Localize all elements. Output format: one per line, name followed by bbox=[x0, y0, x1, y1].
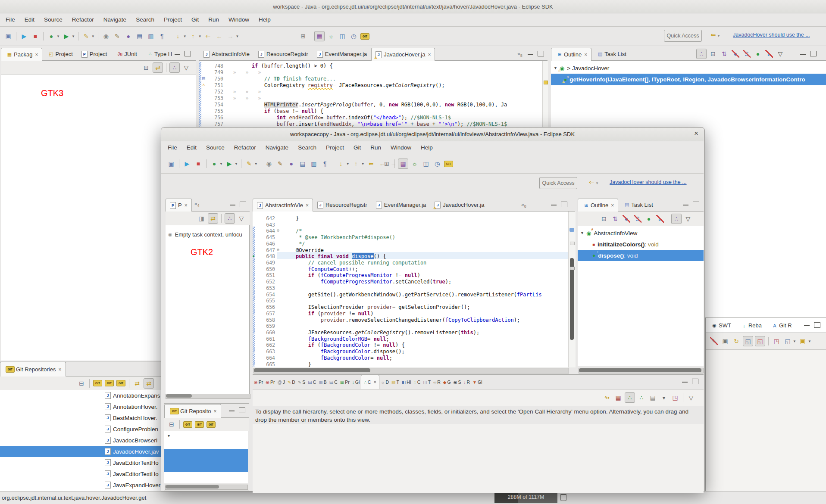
prev-annotation-icon[interactable]: ↑ bbox=[188, 31, 198, 41]
refresh-icon[interactable]: ↻ bbox=[732, 336, 741, 346]
bg-notification-link[interactable]: JavadocHover should use the ... bbox=[733, 32, 824, 38]
view-tab-gi[interactable]: ▼Gi bbox=[471, 375, 483, 389]
fg-outline-hscrollbar[interactable] bbox=[579, 368, 704, 373]
view-tab-s[interactable]: ◉S bbox=[452, 375, 463, 389]
dropdown-arrow-icon[interactable]: ▼ bbox=[346, 162, 350, 166]
close-icon[interactable]: × bbox=[306, 202, 309, 208]
fg-git-mini-minmax[interactable] bbox=[229, 408, 245, 413]
view-tab-pr[interactable]: ◉Pr bbox=[264, 375, 276, 389]
view-menu-icon[interactable]: ▽ bbox=[683, 214, 693, 224]
view-tab-swt[interactable]: ◉SWT bbox=[706, 318, 735, 333]
dropdown-arrow-icon[interactable]: ▼ bbox=[793, 339, 796, 343]
planning-perspective-icon[interactable]: ◷ bbox=[349, 31, 358, 41]
editor-tab-javadochover-ja[interactable]: JJavadocHover.ja× bbox=[371, 48, 435, 61]
new-wizard-icon[interactable]: ◉ bbox=[264, 159, 274, 168]
fg-outline-minmax[interactable] bbox=[683, 202, 699, 207]
new-view-icon[interactable]: ▣ bbox=[798, 336, 807, 346]
menu-search[interactable]: Search bbox=[131, 13, 159, 26]
save-icon[interactable]: ▣ bbox=[166, 159, 176, 168]
clone-repository-icon[interactable]: GIT bbox=[105, 380, 114, 386]
chevron-down-icon[interactable]: ▼ bbox=[580, 231, 584, 235]
view-tab-r[interactable]: ∞R bbox=[432, 375, 442, 389]
sort-icon[interactable]: ⇅ bbox=[610, 214, 620, 224]
run-garbage-collector-button[interactable] bbox=[560, 494, 566, 501]
close-icon[interactable]: × bbox=[214, 408, 217, 414]
maximize-icon[interactable] bbox=[692, 379, 698, 384]
maximize-icon[interactable] bbox=[240, 202, 246, 207]
focus-icon[interactable]: ∴ bbox=[696, 49, 707, 59]
view-tab-pr[interactable]: ▦Pr bbox=[339, 375, 351, 389]
open-perspective-icon[interactable]: ⊞ bbox=[298, 31, 308, 41]
next-annotation-icon[interactable]: ↓ bbox=[336, 159, 346, 168]
minimize-icon[interactable] bbox=[230, 205, 235, 207]
sort-icon[interactable]: ⇅ bbox=[720, 49, 729, 59]
dropdown-arrow-icon[interactable]: ▼ bbox=[361, 162, 365, 166]
git-selected-row[interactable] bbox=[164, 449, 248, 460]
team-sync-perspective-icon[interactable]: ◫ bbox=[421, 159, 431, 168]
back-icon[interactable]: ← bbox=[215, 31, 224, 41]
show-icon[interactable]: ◨ bbox=[197, 214, 206, 223]
dropdown-arrow-icon[interactable]: ▼ bbox=[254, 162, 258, 166]
menu-refactor[interactable]: Refactor bbox=[67, 13, 99, 26]
screen-capture-icon[interactable]: ◱ bbox=[743, 336, 753, 346]
save-icon[interactable]: ▣ bbox=[3, 31, 13, 41]
fetch-icon[interactable]: ⇄ bbox=[132, 379, 142, 388]
dropdown-arrow-icon[interactable]: ▼ bbox=[236, 34, 239, 38]
view-tab-type-h[interactable]: ∴Type H bbox=[141, 47, 176, 60]
annotate-icon[interactable]: ✎ bbox=[275, 159, 285, 168]
close-icon[interactable]: × bbox=[373, 379, 376, 385]
lock-icon[interactable]: ▣ bbox=[720, 336, 730, 346]
file-row[interactable]: JAnnotationHover. bbox=[0, 401, 161, 412]
menu-source[interactable]: Source bbox=[39, 13, 67, 26]
view-menu-icon[interactable]: ▽ bbox=[776, 49, 785, 59]
close-icon[interactable]: × bbox=[428, 52, 431, 58]
view-tab-git-r[interactable]: AGit R bbox=[766, 318, 796, 333]
dropdown-arrow-icon[interactable]: ▼ bbox=[91, 34, 95, 38]
view-tab-g[interactable]: ◆G bbox=[442, 375, 452, 389]
maximize-icon[interactable] bbox=[810, 51, 817, 56]
maximize-icon[interactable] bbox=[693, 202, 699, 207]
add-repository-icon[interactable]: GIT bbox=[93, 380, 102, 386]
menu-run[interactable]: Run bbox=[366, 141, 386, 154]
dropdown-arrow-icon[interactable]: ▼ bbox=[219, 162, 223, 166]
menu-help[interactable]: Help bbox=[416, 141, 438, 154]
view-tab-d[interactable]: ☼D bbox=[379, 375, 390, 389]
display-icon[interactable]: ◱ bbox=[783, 336, 792, 346]
create-repository-icon[interactable]: GIT bbox=[206, 421, 216, 428]
minimize-icon[interactable] bbox=[229, 411, 235, 413]
editor-tab-abstractinfovie[interactable]: JAbstractInfoVie× bbox=[253, 199, 313, 212]
view-tab-junit[interactable]: JuJUnit bbox=[111, 47, 141, 60]
fg-code-editor[interactable]: 642 }643644⊖ /*645 * @see IWorkbenchPart… bbox=[253, 212, 568, 367]
hide-local-types-icon[interactable]: L bbox=[655, 214, 665, 224]
minimize-icon[interactable] bbox=[800, 54, 806, 56]
view-tab-s[interactable]: ✎S bbox=[297, 375, 307, 389]
editor-tab-resourceregistr[interactable]: JResourceRegistr bbox=[313, 198, 372, 211]
fg-git-mini-hscrollbar[interactable] bbox=[165, 485, 248, 490]
debug-icon[interactable]: ● bbox=[210, 159, 219, 168]
clear-icon[interactable]: ✎ bbox=[709, 336, 719, 346]
dropdown-arrow-icon[interactable]: ▼ bbox=[235, 162, 238, 166]
minimize-icon[interactable] bbox=[804, 325, 810, 327]
editor-tab-resourceregistr[interactable]: JResourceRegistr bbox=[254, 47, 313, 60]
debug-perspective-icon[interactable]: ☼ bbox=[410, 159, 419, 168]
hide-static-icon[interactable]: S bbox=[633, 214, 642, 224]
next-annotation-icon[interactable]: ↓ bbox=[173, 31, 183, 41]
view-tab-c[interactable]: ∴C bbox=[412, 375, 422, 389]
minimize-icon[interactable] bbox=[682, 382, 688, 384]
maximize-icon[interactable] bbox=[185, 51, 191, 56]
push-icon[interactable]: ⇄ bbox=[144, 378, 154, 389]
pin-view-icon[interactable]: ◳ bbox=[670, 393, 680, 402]
bg-window-titlebar[interactable]: workspace - Java - org.eclipse.jdt.ui/ui… bbox=[0, 0, 826, 13]
view-tab-pr[interactable]: ◉Pr bbox=[253, 375, 264, 389]
menu-help[interactable]: Help bbox=[254, 13, 275, 26]
bg-nav-arrows[interactable]: ⇐ ▾ bbox=[710, 31, 720, 39]
maximize-icon[interactable] bbox=[814, 322, 820, 328]
file-row[interactable]: JConfigureProblen bbox=[0, 423, 161, 435]
add-repository-icon[interactable]: GIT bbox=[183, 421, 192, 428]
menu-project[interactable]: Project bbox=[321, 141, 349, 154]
file-row[interactable]: JAnnotationExpans bbox=[0, 390, 161, 401]
view-tab-c[interactable]: ∴C× bbox=[361, 375, 379, 389]
view-tab-c[interactable]: ▤C bbox=[307, 375, 317, 389]
stop-icon[interactable]: ■ bbox=[31, 31, 40, 41]
tab-task-list[interactable]: ▤Task List bbox=[618, 198, 657, 211]
